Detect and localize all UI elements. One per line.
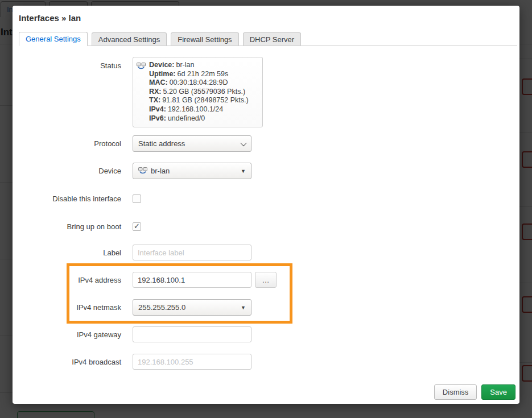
bridge-device-icon	[138, 167, 147, 175]
status-line: TX:91.81 GB (28498752 Pkts.)	[149, 96, 258, 105]
ipv4-broadcast-label: IPv4 broadcast	[19, 358, 121, 366]
status-label: Status	[19, 57, 121, 70]
ipv4-address-input[interactable]	[133, 272, 251, 288]
interface-label-input[interactable]	[133, 245, 251, 260]
ipv4-gateway-input[interactable]	[133, 326, 251, 342]
tab-advanced-settings[interactable]: Advanced Settings	[92, 32, 167, 45]
chevron-down-icon	[240, 139, 246, 146]
ipv4-broadcast-input[interactable]	[133, 354, 251, 370]
status-line: Uptime:6d 21h 22m 59s	[149, 70, 258, 79]
device-selected-value: br-lan	[151, 167, 170, 175]
status-line: IPv4:192.168.100.1/24	[149, 105, 258, 114]
ipv4-gateway-label: IPv4 gateway	[19, 330, 121, 339]
protocol-selected-value: Static address	[138, 139, 185, 148]
dropdown-arrow-icon: ▼	[241, 305, 246, 311]
bring-up-on-boot-checkbox[interactable]: ✓	[133, 222, 141, 231]
ipv4-address-label: IPv4 address	[19, 276, 121, 284]
ipv4-netmask-dropdown[interactable]: 255.255.255.0 ▼	[133, 299, 251, 316]
ipv4-netmask-label: IPv4 netmask	[19, 303, 121, 312]
interface-edit-dialog: Interfaces » lan General Settings Advanc…	[13, 6, 519, 404]
screen: Interfaces Devices Global network option…	[0, 0, 532, 418]
status-line: RX:5.20 GB (35579036 Pkts.)	[149, 88, 258, 97]
bring-up-on-boot-label: Bring up on boot	[19, 222, 121, 231]
ipv4-address-more-button[interactable]: …	[255, 272, 277, 288]
tab-firewall-settings[interactable]: Firewall Settings	[171, 32, 238, 45]
ipv4-netmask-selected-value: 255.255.255.0	[138, 303, 185, 312]
protocol-select[interactable]: Static address	[133, 135, 251, 152]
save-button[interactable]: Save	[481, 384, 515, 400]
label-field-label: Label	[19, 249, 121, 257]
disable-interface-label: Disable this interface	[19, 194, 121, 203]
status-line: IPv6:undefined/0	[149, 114, 258, 123]
dialog-tabbar: General Settings Advanced Settings Firew…	[19, 32, 517, 46]
status-line: Device:br-lan	[149, 61, 258, 70]
device-dropdown[interactable]: br-lan ▼	[133, 163, 251, 179]
checkmark-icon: ✓	[134, 222, 140, 230]
dropdown-arrow-icon: ▼	[241, 168, 246, 174]
disable-interface-checkbox[interactable]	[133, 194, 141, 203]
device-label: Device	[19, 167, 121, 175]
interface-status-box: Device:br-lan Uptime:6d 21h 22m 59s MAC:…	[133, 57, 263, 127]
dialog-title: Interfaces » lan	[19, 13, 81, 23]
protocol-label: Protocol	[19, 139, 121, 148]
bridge-device-icon	[137, 62, 146, 73]
tab-general-settings[interactable]: General Settings	[19, 32, 88, 46]
dismiss-button[interactable]: Dismiss	[434, 384, 477, 400]
dialog-footer: Dismiss Save	[434, 384, 515, 400]
status-line: MAC:00:30:18:04:28:9D	[149, 78, 258, 88]
tab-dhcp-server[interactable]: DHCP Server	[243, 32, 302, 45]
status-lines: Device:br-lan Uptime:6d 21h 22m 59s MAC:…	[149, 61, 258, 123]
